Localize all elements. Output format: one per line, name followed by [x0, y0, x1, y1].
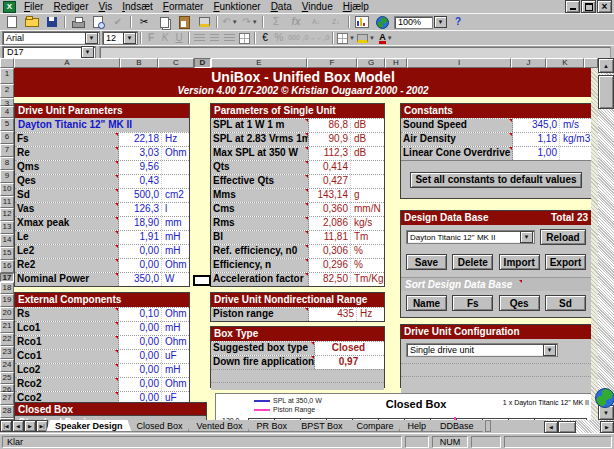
parameter-value[interactable]: 0,00 — [119, 336, 161, 349]
menu-item[interactable]: Indsæt — [117, 0, 158, 13]
select-all-corner[interactable] — [0, 58, 14, 68]
row-header[interactable]: 17 — [0, 273, 14, 282]
reload-button[interactable]: Reload — [540, 229, 586, 245]
row-header[interactable]: 19 — [0, 294, 14, 307]
autosum-icon[interactable]: Σ — [266, 15, 286, 29]
menu-item[interactable]: Rediger — [48, 0, 93, 13]
redo-icon[interactable]: ↷▼ — [240, 15, 260, 29]
menu-item[interactable]: Vis — [94, 0, 118, 13]
font-name-combo[interactable]: Arial ▼ — [2, 31, 100, 45]
row-header[interactable]: 2 — [0, 84, 14, 98]
close-icon[interactable] — [597, 0, 612, 13]
menu-item[interactable]: Formater — [158, 0, 209, 13]
tab-split-handle[interactable] — [485, 420, 491, 432]
parameter-value[interactable]: 0,10 — [119, 308, 161, 321]
align-left-icon[interactable] — [192, 31, 207, 45]
row-header[interactable]: 25 — [0, 372, 14, 385]
parameter-value[interactable]: 345,0 — [513, 119, 559, 132]
parameter-value[interactable]: 0,00 — [119, 245, 161, 258]
sheet-tab[interactable]: Help — [399, 420, 436, 432]
column-header[interactable]: A — [14, 58, 120, 68]
first-sheet-icon[interactable]: |◀ — [0, 420, 12, 432]
sheet-tab[interactable]: PR Box — [248, 420, 297, 432]
parameter-value[interactable]: 18,90 — [119, 217, 161, 230]
row-header[interactable]: 20 — [0, 307, 14, 320]
row-header[interactable]: 11 — [0, 196, 14, 209]
row-header[interactable]: 1 — [0, 68, 14, 84]
sort-descending-icon[interactable]: Z↓ — [326, 15, 346, 29]
parameter-value[interactable]: 1,91 — [119, 231, 161, 244]
row-header[interactable]: 24 — [0, 359, 14, 372]
column-header[interactable]: G — [357, 58, 385, 68]
sheet-canvas[interactable]: UniBox - Unified Box Model Version 4.00 … — [14, 68, 598, 420]
ddb-action-button[interactable]: Save — [406, 254, 447, 270]
column-header[interactable]: J — [511, 58, 546, 68]
ddb-action-button[interactable]: Import — [499, 254, 540, 270]
parameter-value[interactable]: 0,00 — [119, 364, 161, 377]
row-header[interactable]: 28 — [0, 405, 14, 418]
menu-item[interactable]: Filer — [19, 0, 48, 13]
align-center-icon[interactable] — [207, 31, 222, 45]
italic-icon[interactable]: K — [158, 31, 172, 45]
menu-item[interactable]: Data — [266, 0, 297, 13]
ddb-dropdown-icon[interactable]: ▼ — [520, 231, 533, 243]
chart-wizard-icon[interactable] — [352, 15, 372, 29]
sort-button[interactable]: Fs — [452, 295, 493, 311]
sheet-tab[interactable]: Speaker Design — [46, 420, 132, 432]
fill-color-icon[interactable]: ▼ — [356, 31, 376, 45]
paste-function-icon[interactable]: fx — [286, 15, 306, 29]
sort-ascending-icon[interactable]: A↓ — [306, 15, 326, 29]
row-header[interactable]: 9 — [0, 170, 14, 183]
percent-icon[interactable]: % — [272, 31, 286, 45]
row-header[interactable]: 21 — [0, 320, 14, 333]
underline-icon[interactable]: U — [172, 31, 186, 45]
vertical-scroll-thumb[interactable] — [598, 75, 614, 109]
sheet-tab[interactable]: BPST Box — [292, 420, 351, 432]
scroll-left-icon[interactable]: ◀ — [544, 421, 558, 433]
sort-button[interactable]: Sd — [545, 295, 586, 311]
last-sheet-icon[interactable]: ▶| — [36, 420, 48, 432]
column-header[interactable]: I — [407, 58, 511, 68]
minimize-icon[interactable] — [565, 0, 580, 13]
ddb-action-button[interactable]: Delete — [452, 254, 493, 270]
sort-button[interactable]: Qes — [499, 295, 540, 311]
parameter-value[interactable]: 0,43 — [119, 175, 161, 188]
parameter-value[interactable]: 0,00 — [119, 259, 161, 272]
cut-icon[interactable]: ✂ — [134, 15, 154, 29]
row-header[interactable]: 10 — [0, 183, 14, 196]
parameter-value[interactable]: 22,18 — [119, 133, 161, 146]
scroll-right-icon[interactable]: ▶ — [600, 421, 614, 433]
currency-icon[interactable]: € — [258, 31, 272, 45]
increase-decimal-icon[interactable]: ,0→ — [302, 31, 316, 45]
row-header[interactable]: 5 — [0, 118, 14, 131]
row-header[interactable]: 8 — [0, 157, 14, 170]
namebox-dropdown-icon[interactable]: ▼ — [81, 46, 94, 58]
parameter-value[interactable]: 126,3 — [119, 203, 161, 216]
ddb-action-button[interactable]: Export — [545, 254, 586, 270]
horizontal-scroll-thumb[interactable] — [558, 421, 576, 433]
merge-center-icon[interactable] — [237, 31, 252, 45]
selected-cell-d17[interactable] — [193, 275, 211, 286]
map-icon[interactable] — [372, 15, 392, 29]
duc-combo[interactable]: Single drive unit ▼ — [406, 343, 558, 357]
duc-dropdown-icon[interactable]: ▼ — [543, 344, 556, 356]
copy-icon[interactable] — [154, 15, 174, 29]
ddb-entry-combo[interactable]: Dayton Titanic 12" MK II ▼ — [406, 230, 535, 244]
paste-icon[interactable] — [174, 15, 194, 29]
sheet-tab[interactable]: Closed Box — [128, 420, 192, 432]
save-icon[interactable] — [42, 15, 62, 29]
zoom-control[interactable]: 100% ▼ — [394, 16, 448, 29]
parameter-value[interactable]: 1,18 — [513, 133, 559, 146]
print-icon[interactable] — [68, 15, 88, 29]
column-header[interactable]: D — [194, 58, 211, 68]
parameter-value[interactable]: 9,56 — [119, 161, 161, 174]
menu-item[interactable]: Vindue — [297, 0, 338, 13]
row-header[interactable]: 16 — [0, 260, 14, 273]
row-header[interactable]: 13 — [0, 221, 14, 234]
column-header[interactable]: B — [120, 58, 158, 68]
column-header[interactable]: C — [158, 58, 194, 68]
parameter-value[interactable]: 0,00 — [119, 350, 161, 363]
font-color-icon[interactable]: ▼ — [376, 31, 396, 45]
menu-item[interactable]: Hjælp — [338, 0, 374, 13]
thousands-icon[interactable]: 000 — [286, 31, 302, 45]
